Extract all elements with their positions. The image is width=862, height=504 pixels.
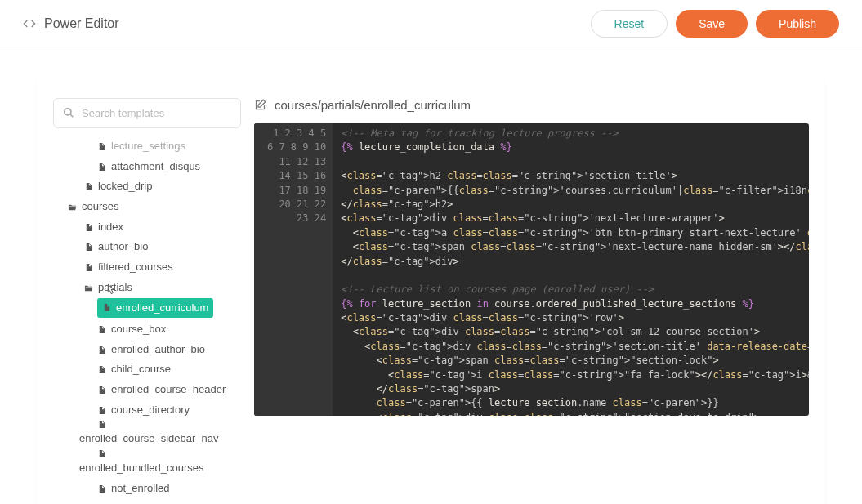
tree-item[interactable]: child_course <box>53 359 241 380</box>
tree-item[interactable] <box>53 420 241 429</box>
file-tree[interactable]: lecture_settingsattachment_disquslocked_… <box>53 136 241 504</box>
app-title: Power Editor <box>44 16 119 31</box>
search-input[interactable] <box>53 98 241 128</box>
tree-item-label: index <box>98 217 123 238</box>
tree-item-label: partials <box>98 278 132 298</box>
gutter: 1 2 3 4 5 6 7 8 9 10 11 12 13 14 15 16 1… <box>254 123 333 416</box>
topbar: Power Editor Reset Save Publish <box>0 0 862 47</box>
tree-item-label: author_bio <box>98 237 148 257</box>
main-panel: lecture_settingsattachment_disquslocked_… <box>37 78 825 504</box>
tree-item[interactable]: enrolled_author_bio <box>53 340 241 360</box>
tree-item-label: attachment_disqus <box>111 157 200 177</box>
tree-item[interactable]: enrolled_course_header <box>53 380 241 400</box>
tree-item[interactable]: locked_drip <box>53 176 241 197</box>
code-area[interactable]: <!-- Meta tag for tracking lecture progr… <box>333 123 809 416</box>
tree-item-label: enrolled_course_sidebar <box>111 499 227 504</box>
code-icon <box>23 17 36 30</box>
tree-item[interactable]: author_bio <box>53 237 241 257</box>
editor-path: courses/partials/enrolled_curriculum <box>275 98 471 112</box>
tree-item-label: courses <box>82 197 119 217</box>
save-button[interactable]: Save <box>676 10 748 38</box>
tree-item-label: course_box <box>111 319 166 340</box>
tree-item[interactable]: course_directory <box>53 400 241 421</box>
topbar-actions: Reset Save Publish <box>591 10 839 38</box>
svg-point-0 <box>65 109 71 115</box>
sidebar: lecture_settingsattachment_disquslocked_… <box>53 98 241 504</box>
tree-item[interactable]: lecture_settings <box>53 136 241 157</box>
tree-item-label: enrolled_curriculum <box>116 298 208 319</box>
tree-item-label: locked_drip <box>98 176 153 197</box>
tree-item-label: not_enrolled <box>111 479 170 499</box>
brand: Power Editor <box>23 16 119 31</box>
reset-button[interactable]: Reset <box>591 10 668 38</box>
search-wrapper <box>53 98 241 128</box>
tree-item[interactable]: course_box <box>53 319 241 340</box>
tree-item-label: lecture_settings <box>111 136 185 157</box>
tree-item-label: filtered_courses <box>98 257 173 278</box>
tree-item-label: enrolled_course_header <box>111 380 226 400</box>
tree-item[interactable]: not_enrolled <box>53 479 241 499</box>
tree-item-label[interactable]: enrolled_bundled_courses <box>53 458 241 479</box>
tree-item[interactable] <box>53 449 241 458</box>
tree-item-label: enrolled_author_bio <box>111 340 205 360</box>
code-editor[interactable]: 1 2 3 4 5 6 7 8 9 10 11 12 13 14 15 16 1… <box>254 123 809 416</box>
edit-icon <box>254 99 266 111</box>
svg-line-1 <box>70 114 74 118</box>
search-icon <box>63 107 74 118</box>
publish-button[interactable]: Publish <box>756 10 839 38</box>
tree-item-label: course_directory <box>111 400 190 421</box>
tree-item[interactable]: index <box>53 217 241 238</box>
tree-item[interactable]: attachment_disqus <box>53 157 241 177</box>
tree-item[interactable]: partials <box>53 278 241 298</box>
editor-path-bar: courses/partials/enrolled_curriculum <box>254 98 809 112</box>
tree-item[interactable]: filtered_courses <box>53 257 241 278</box>
editor-pane: courses/partials/enrolled_curriculum 1 2… <box>254 98 809 504</box>
tree-item[interactable]: courses <box>53 197 241 217</box>
tree-item-label: child_course <box>111 359 171 380</box>
tree-item-selected[interactable]: enrolled_curriculum <box>97 298 213 319</box>
tree-item-label[interactable]: enrolled_course_sidebar_nav <box>53 429 241 449</box>
tree-item[interactable]: enrolled_course_sidebar <box>53 499 241 504</box>
